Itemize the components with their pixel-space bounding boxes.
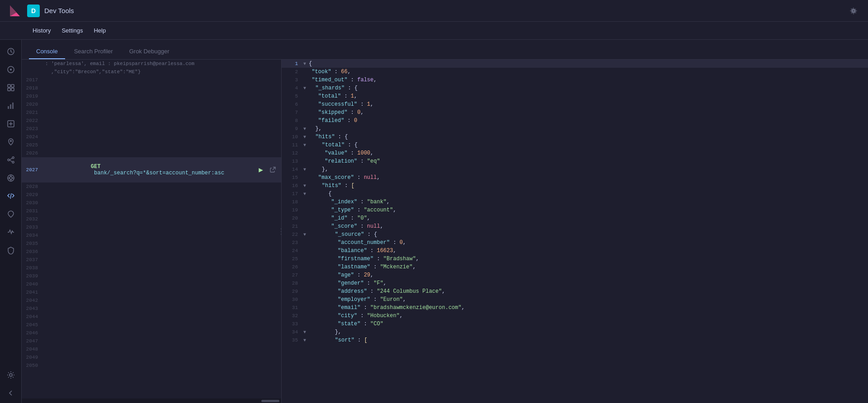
line-row: 2034 — [22, 231, 281, 239]
line-row: 2018 — [22, 84, 281, 92]
top-bar: D Dev Tools — [0, 0, 868, 22]
editor-area: : 'pearlessa', email : pkeipsparrish@pea… — [22, 60, 868, 403]
line-row: 2050 — [22, 361, 281, 370]
json-line: 9 ▼ }, — [282, 125, 868, 133]
top-settings-icon[interactable] — [846, 4, 861, 18]
line-row: : 'pearlessa', email : pkeipsparrish@pea… — [22, 60, 281, 68]
sidebar-icon-recent[interactable] — [3, 43, 19, 60]
nav-history[interactable]: History — [27, 22, 56, 40]
json-line: 13 "relation" : "eq" — [282, 157, 868, 165]
svg-point-12 — [8, 159, 9, 161]
left-panel: : 'pearlessa', email : pkeipsparrish@pea… — [22, 60, 282, 403]
json-line: 33 "state" : "CO" — [282, 320, 868, 328]
sidebar-collapse-icon[interactable] — [3, 385, 19, 401]
sidebar-icon-management[interactable] — [3, 367, 19, 383]
json-line: 8 "failed" : 0 — [282, 117, 868, 125]
json-line: 15 "max_score" : null, — [282, 173, 868, 182]
json-line: 26 "lastname" : "Mckenzie", — [282, 263, 868, 271]
line-row: 2039 — [22, 272, 281, 280]
line-row: 2036 — [22, 248, 281, 256]
main-layout: Console Search Profiler Grok Debugger : … — [0, 40, 868, 403]
svg-rect-5 — [8, 88, 10, 91]
json-line: 14 ▼ }, — [282, 165, 868, 173]
line-row: 2032 — [22, 215, 281, 223]
sidebar — [0, 40, 22, 403]
panel-resize-handle[interactable] — [280, 60, 282, 403]
line-row: 2031 — [22, 207, 281, 215]
json-line: 23 "account_number" : 0, — [282, 239, 868, 247]
json-line: 5 "total" : 1, — [282, 92, 868, 100]
json-line: 1 ▼ { — [282, 60, 868, 68]
svg-rect-3 — [8, 84, 10, 87]
tab-grok-debugger[interactable]: Grok Debugger — [122, 44, 177, 59]
sidebar-icon-monitoring[interactable] — [3, 206, 19, 222]
line-row: 2041 — [22, 288, 281, 296]
nav-help[interactable]: Help — [88, 22, 111, 40]
svg-rect-9 — [12, 103, 14, 109]
json-line: 2 "took" : 66, — [282, 68, 868, 76]
right-editor[interactable]: 1 ▼ { 2 "took" : 66, 3 "timed_out" : fal… — [282, 60, 868, 403]
run-button[interactable]: ▶ — [256, 165, 266, 175]
kibana-logo — [7, 4, 22, 18]
line-row: 2040 — [22, 280, 281, 288]
json-line: 10 ▼ "hits" : { — [282, 133, 868, 141]
json-line: 16 ▼ "hits" : [ — [282, 182, 868, 190]
nav-settings[interactable]: Settings — [56, 22, 88, 40]
sidebar-icon-discover[interactable] — [3, 61, 19, 78]
json-line: 28 "gender" : "F", — [282, 279, 868, 287]
json-line: 29 "address" : "244 Columbus Place", — [282, 287, 868, 295]
json-line: 4 ▼ "_shards" : { — [282, 84, 868, 92]
line-row: 2028 — [22, 183, 281, 191]
line-row: 2046 — [22, 329, 281, 337]
right-panel: 1 ▼ { 2 "took" : 66, 3 "timed_out" : fal… — [282, 60, 868, 403]
svg-rect-4 — [11, 84, 14, 87]
json-line: 18 "_index" : "bank", — [282, 198, 868, 206]
tab-search-profiler[interactable]: Search Profiler — [67, 44, 120, 59]
json-line: 25 "firstname" : "Bradshaw", — [282, 255, 868, 263]
json-line: 6 "successful" : 1, — [282, 100, 868, 108]
sidebar-icon-canvas[interactable] — [3, 116, 19, 132]
left-editor[interactable]: : 'pearlessa', email : pkeipsparrish@pea… — [22, 60, 281, 398]
tab-console[interactable]: Console — [29, 44, 65, 59]
line-row: 2030 — [22, 199, 281, 207]
line-row: 2022 — [22, 117, 281, 125]
line-row: 2045 — [22, 321, 281, 329]
json-line: 20 "_id" : "0", — [282, 214, 868, 222]
json-line: 11 ▼ "total" : { — [282, 141, 868, 149]
sidebar-icon-apm[interactable] — [3, 224, 19, 240]
json-line: 21 "_score" : null, — [282, 222, 868, 230]
line-row: 2024 — [22, 133, 281, 141]
json-line: 3 "timed_out" : false, — [282, 76, 868, 84]
left-scrollbar[interactable] — [22, 398, 281, 403]
sidebar-icon-visualize[interactable] — [3, 98, 19, 114]
copy-as-curl-button[interactable] — [268, 165, 278, 175]
sidebar-icon-devtools[interactable] — [3, 188, 19, 204]
svg-point-17 — [9, 374, 12, 376]
json-line: 17 ▼ { — [282, 190, 868, 198]
json-line: 32 "city" : "Hobucken", — [282, 312, 868, 320]
line-row: 2049 — [22, 353, 281, 361]
json-line: 30 "employer" : "Euron", — [282, 295, 868, 304]
sidebar-icon-siem[interactable] — [3, 242, 19, 258]
svg-point-2 — [10, 69, 12, 70]
content-area: Console Search Profiler Grok Debugger : … — [22, 40, 868, 403]
json-line: 34 ▼ }, — [282, 328, 868, 336]
sidebar-icon-dashboard[interactable] — [3, 80, 19, 96]
json-line: 27 "age" : 29, — [282, 271, 868, 279]
json-line: 19 "_type" : "account", — [282, 206, 868, 214]
app-icon: D — [27, 5, 40, 17]
line-row: 2020 — [22, 100, 281, 108]
line-row: 2037 — [22, 256, 281, 264]
svg-point-13 — [12, 157, 14, 159]
sidebar-icon-ml[interactable] — [3, 152, 19, 168]
sidebar-icon-maps[interactable] — [3, 134, 19, 150]
line-row: 2044 — [22, 313, 281, 321]
nav-bar: History Settings Help — [0, 22, 868, 40]
line-row: 2021 — [22, 108, 281, 117]
sidebar-icon-graph[interactable] — [3, 170, 19, 186]
line-row: 2019 — [22, 92, 281, 100]
svg-point-11 — [10, 141, 11, 142]
active-request-line: 2027 GET bank/_search?q=*&sort=account_n… — [22, 157, 281, 183]
app-title: Dev Tools — [44, 7, 846, 14]
json-line: 12 "value" : 1000, — [282, 149, 868, 157]
